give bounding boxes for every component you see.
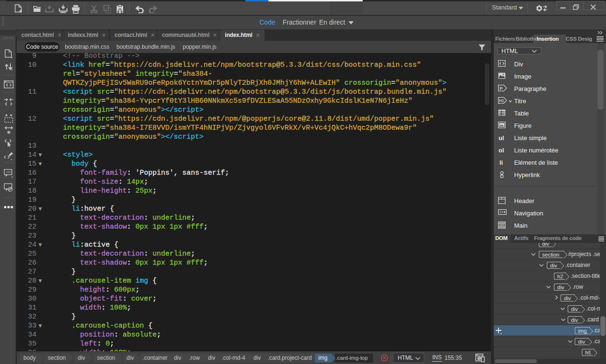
svg-text:P: P <box>499 86 503 91</box>
svg-text:H1: H1 <box>499 98 504 103</box>
